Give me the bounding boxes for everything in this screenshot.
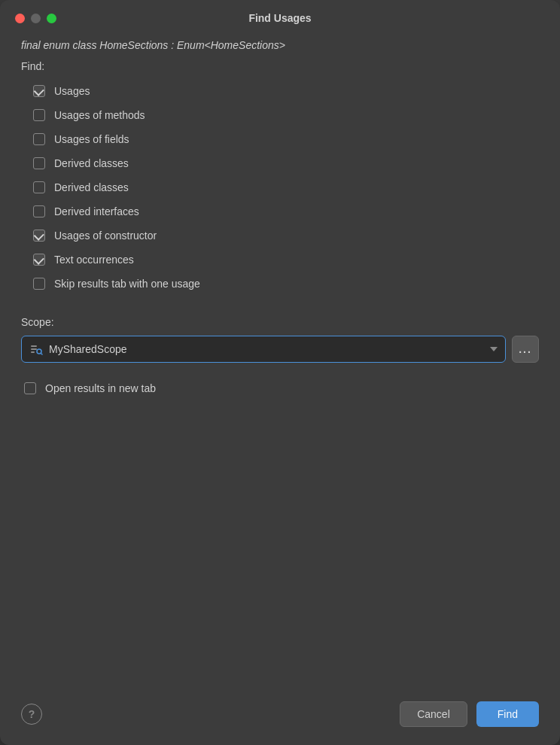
help-label: ? (29, 708, 35, 720)
checkbox-text-occurrences-label: Text occurrences (54, 254, 134, 266)
find-usages-dialog: Find Usages final enum class HomeSection… (0, 0, 560, 745)
scope-value: MySharedScope (49, 343, 484, 355)
scope-more-label: ... (519, 343, 532, 355)
svg-rect-0 (31, 345, 37, 347)
dialog-content: final enum class HomeSections : Enum<Hom… (0, 33, 560, 689)
close-button[interactable] (15, 14, 25, 23)
dialog-title: Find Usages (248, 12, 311, 24)
checkbox-derived-classes-2-box[interactable] (33, 181, 45, 193)
scope-section: Scope: MySharedScope ... (21, 316, 539, 363)
checkbox-usages-of-fields-label: Usages of fields (54, 133, 129, 145)
scope-label: Scope: (21, 316, 539, 328)
chevron-down-icon (490, 347, 498, 351)
checkbox-derived-interfaces[interactable]: Derived interfaces (30, 200, 539, 223)
footer-right: Cancel Find (400, 701, 539, 727)
checkbox-derived-classes-1[interactable]: Derived classes (30, 152, 539, 175)
title-bar: Find Usages (0, 0, 560, 33)
checkbox-open-new-tab[interactable]: Open results in new tab (21, 378, 539, 399)
checkbox-usages-of-constructor[interactable]: Usages of constructor (30, 224, 539, 247)
checkbox-usages-of-constructor-box[interactable] (33, 230, 45, 242)
svg-rect-2 (31, 351, 35, 353)
checkbox-derived-classes-2[interactable]: Derived classes (30, 176, 539, 199)
checkbox-usages-box[interactable] (33, 85, 45, 97)
find-section-label: Find: (21, 60, 539, 72)
checkboxes-list: Usages Usages of methods Usages of field… (30, 80, 539, 295)
checkbox-text-occurrences-box[interactable] (33, 254, 45, 266)
checkbox-usages-of-methods-box[interactable] (33, 109, 45, 121)
minimize-button[interactable] (31, 14, 41, 23)
checkbox-usages-of-methods[interactable]: Usages of methods (30, 104, 539, 126)
scope-dropdown[interactable]: MySharedScope (21, 336, 506, 363)
scope-row: MySharedScope ... (21, 336, 539, 363)
find-button[interactable]: Find (476, 701, 539, 727)
checkbox-skip-results-tab-label: Skip results tab with one usage (54, 278, 200, 290)
checkbox-usages-label: Usages (54, 85, 90, 97)
cancel-button[interactable]: Cancel (400, 701, 467, 727)
checkbox-derived-classes-1-label: Derived classes (54, 157, 129, 169)
help-button[interactable]: ? (21, 704, 42, 725)
maximize-button[interactable] (47, 14, 56, 23)
checkbox-derived-interfaces-label: Derived interfaces (54, 205, 139, 217)
dialog-footer: ? Cancel Find (0, 689, 560, 745)
checkbox-skip-results-tab-box[interactable] (33, 278, 45, 290)
checkbox-usages[interactable]: Usages (30, 80, 539, 102)
scope-more-button[interactable]: ... (512, 336, 539, 363)
checkbox-derived-interfaces-box[interactable] (33, 205, 45, 217)
checkbox-derived-classes-2-label: Derived classes (54, 181, 129, 193)
checkbox-usages-of-methods-label: Usages of methods (54, 109, 145, 121)
checkbox-skip-results-tab[interactable]: Skip results tab with one usage (30, 272, 539, 295)
checkbox-text-occurrences[interactable]: Text occurrences (30, 248, 539, 271)
checkbox-open-new-tab-label: Open results in new tab (45, 382, 156, 394)
checkbox-usages-of-constructor-label: Usages of constructor (54, 230, 157, 242)
svg-line-4 (41, 353, 42, 354)
window-controls (15, 14, 56, 23)
checkbox-derived-classes-1-box[interactable] (33, 157, 45, 169)
checkbox-open-new-tab-box[interactable] (24, 382, 36, 394)
class-signature: final enum class HomeSections : Enum<Hom… (21, 39, 539, 51)
svg-rect-1 (31, 348, 37, 350)
checkbox-usages-of-fields[interactable]: Usages of fields (30, 128, 539, 151)
scope-icon (29, 342, 43, 356)
checkbox-usages-of-fields-box[interactable] (33, 133, 45, 145)
